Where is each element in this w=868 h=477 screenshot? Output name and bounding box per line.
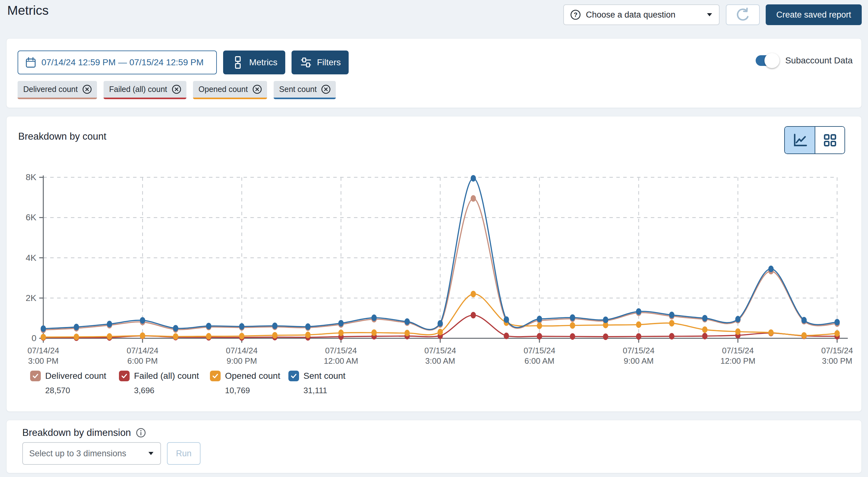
- data-point[interactable]: [603, 317, 608, 323]
- legend-checkbox[interactable]: [119, 371, 130, 381]
- data-point[interactable]: [173, 333, 178, 340]
- data-point[interactable]: [702, 315, 708, 321]
- data-point[interactable]: [404, 318, 410, 325]
- data-point[interactable]: [669, 333, 674, 340]
- date-range-button[interactable]: 07/14/24 12:59 PM — 07/15/24 12:59 PM: [18, 51, 217, 74]
- data-point[interactable]: [74, 333, 79, 340]
- data-point[interactable]: [735, 328, 741, 335]
- chevron-down-icon: [148, 451, 154, 456]
- data-point[interactable]: [570, 314, 575, 321]
- data-point[interactable]: [437, 320, 443, 327]
- data-point[interactable]: [437, 329, 443, 336]
- info-icon[interactable]: [136, 428, 146, 438]
- x-tick-label: 07/15/2412:00 PM: [720, 346, 755, 365]
- refresh-button[interactable]: [726, 4, 760, 25]
- data-point[interactable]: [636, 308, 642, 315]
- legend-checkbox[interactable]: [288, 371, 299, 381]
- data-point[interactable]: [570, 322, 575, 329]
- data-point[interactable]: [570, 333, 575, 340]
- x-tick-label: 07/15/243:00 AM: [424, 346, 456, 365]
- data-point[interactable]: [603, 333, 608, 340]
- data-point[interactable]: [669, 312, 674, 318]
- data-point[interactable]: [41, 325, 46, 332]
- data-point[interactable]: [471, 175, 476, 182]
- data-point[interactable]: [504, 316, 509, 323]
- legend-label: Delivered count: [45, 371, 106, 381]
- data-point[interactable]: [107, 333, 112, 340]
- data-point[interactable]: [239, 332, 244, 339]
- line-chart-icon: [793, 133, 807, 148]
- data-point[interactable]: [834, 319, 840, 325]
- data-point[interactable]: [802, 317, 807, 323]
- data-point[interactable]: [471, 312, 476, 319]
- data-question-label: Choose a data question: [586, 10, 706, 20]
- data-point[interactable]: [305, 332, 311, 338]
- date-range-value: 07/14/24 12:59 PM — 07/15/24 12:59 PM: [41, 57, 204, 67]
- breakdown-count-title: Breakdown by count: [18, 131, 106, 142]
- data-point[interactable]: [504, 332, 509, 339]
- data-point[interactable]: [206, 333, 212, 340]
- data-point[interactable]: [272, 323, 277, 329]
- legend-checkbox[interactable]: [30, 371, 41, 381]
- data-point[interactable]: [735, 316, 741, 323]
- y-tick-label: 4K: [26, 253, 37, 263]
- data-point[interactable]: [272, 332, 277, 339]
- data-point[interactable]: [471, 291, 476, 297]
- metrics-button[interactable]: Metrics: [223, 51, 285, 74]
- data-point[interactable]: [338, 320, 344, 326]
- data-point[interactable]: [305, 323, 311, 330]
- data-point[interactable]: [537, 333, 542, 340]
- data-point[interactable]: [669, 320, 674, 326]
- chevron-down-icon: [706, 12, 713, 17]
- create-saved-report-button[interactable]: Create saved report: [766, 4, 862, 25]
- data-point[interactable]: [404, 330, 410, 337]
- data-point[interactable]: [768, 329, 774, 336]
- data-question-dropdown[interactable]: ? Choose a data question: [563, 4, 719, 25]
- breakdown-count-card: Breakdown by count 02K4K6K8K07/14/243:00…: [6, 116, 862, 412]
- data-point[interactable]: [74, 324, 79, 330]
- legend-label: Failed (all) count: [134, 371, 199, 381]
- data-point[interactable]: [537, 323, 542, 329]
- data-point[interactable]: [471, 195, 476, 202]
- x-tick-label: 07/15/246:00 AM: [523, 346, 555, 365]
- grid-view-button[interactable]: [815, 127, 844, 154]
- remove-metric-icon[interactable]: [252, 85, 262, 94]
- data-point[interactable]: [768, 265, 774, 272]
- dimension-select-placeholder: Select up to 3 dimensions: [29, 449, 148, 458]
- run-button[interactable]: Run: [167, 442, 200, 465]
- data-point[interactable]: [206, 323, 212, 329]
- grid-icon: [823, 133, 837, 148]
- refresh-icon: [735, 7, 750, 22]
- data-point[interactable]: [702, 326, 708, 333]
- data-point[interactable]: [702, 332, 708, 339]
- metric-chips-row: Delivered countFailed (all) countOpened …: [18, 81, 336, 99]
- data-point[interactable]: [140, 332, 145, 339]
- data-point[interactable]: [636, 333, 642, 340]
- data-point[interactable]: [239, 323, 244, 330]
- data-point[interactable]: [338, 329, 344, 336]
- data-point[interactable]: [834, 330, 840, 337]
- svg-text:?: ?: [574, 11, 578, 18]
- y-tick-label: 0: [31, 333, 36, 343]
- filters-button-label: Filters: [317, 57, 341, 67]
- data-point[interactable]: [636, 321, 642, 328]
- line-chart-view-button[interactable]: [785, 127, 815, 154]
- data-point[interactable]: [173, 325, 178, 331]
- remove-metric-icon[interactable]: [321, 85, 331, 94]
- data-point[interactable]: [107, 321, 112, 327]
- question-circle-icon: ?: [570, 9, 581, 20]
- data-point[interactable]: [372, 314, 377, 321]
- data-point[interactable]: [372, 329, 377, 336]
- filters-button[interactable]: Filters: [291, 51, 349, 74]
- remove-metric-icon[interactable]: [172, 85, 181, 94]
- dimension-select[interactable]: Select up to 3 dimensions: [22, 442, 161, 465]
- data-point[interactable]: [802, 332, 807, 339]
- data-point[interactable]: [41, 334, 46, 341]
- data-point[interactable]: [537, 316, 542, 322]
- subaccount-data-toggle[interactable]: [756, 55, 777, 66]
- legend-checkbox[interactable]: [210, 371, 221, 381]
- legend-total: 28,570: [30, 386, 106, 395]
- remove-metric-icon[interactable]: [82, 85, 92, 94]
- data-point[interactable]: [140, 317, 145, 323]
- calendar-icon: [25, 57, 36, 68]
